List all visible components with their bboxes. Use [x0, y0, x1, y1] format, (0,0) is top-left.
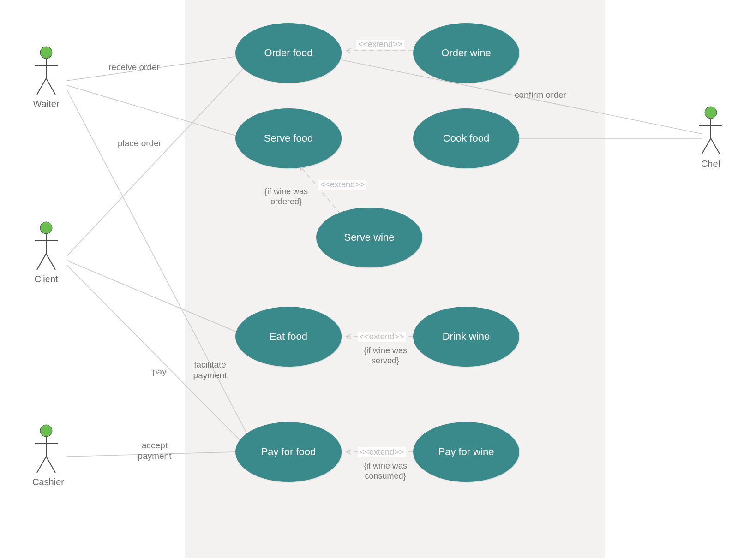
svg-line-17 — [46, 78, 55, 95]
label-facilitate-payment: facilitate payment — [189, 360, 231, 381]
constraint-wine-ordered: {if wine was ordered} — [256, 187, 316, 207]
label-confirm-order: confirm order — [515, 90, 566, 100]
label-accept-payment: accept payment — [134, 440, 175, 462]
usecase-order-wine-label: Order wine — [441, 47, 491, 59]
actor-waiter-label: Waiter — [32, 99, 60, 109]
usecase-pay-for-food-label: Pay for food — [261, 446, 316, 458]
svg-line-16 — [37, 78, 46, 95]
extend-label-order: <<extend>> — [356, 40, 404, 49]
extend-label-eat: <<extend>> — [358, 332, 406, 342]
actor-client: Client — [32, 221, 60, 281]
extend-label-pay: <<extend>> — [358, 447, 406, 457]
label-receive-order: receive order — [108, 62, 160, 72]
constraint-wine-consumed: {if wine was consumed} — [355, 461, 415, 481]
usecase-order-food: Order food — [235, 23, 342, 83]
usecase-serve-wine-label: Serve wine — [344, 232, 395, 243]
usecase-order-wine: Order wine — [413, 23, 519, 83]
usecase-pay-for-wine: Pay for wine — [413, 422, 519, 482]
usecase-drink-wine-label: Drink wine — [443, 331, 490, 343]
usecase-pay-for-food: Pay for food — [235, 422, 342, 482]
svg-point-23 — [40, 425, 52, 437]
usecase-serve-wine: Serve wine — [316, 208, 422, 267]
svg-line-26 — [37, 457, 46, 473]
actor-chef: Chef — [697, 106, 725, 166]
usecase-cook-food: Cook food — [413, 108, 519, 168]
usecase-drink-wine: Drink wine — [413, 307, 519, 367]
svg-line-21 — [37, 254, 46, 270]
label-place-order: place order — [118, 138, 162, 148]
svg-point-13 — [40, 47, 52, 59]
label-pay: pay — [152, 367, 167, 377]
svg-point-18 — [40, 222, 52, 234]
usecase-eat-food-label: Eat food — [270, 331, 307, 343]
actor-cashier-label: Cashier — [32, 477, 60, 487]
actor-cashier: Cashier — [32, 424, 60, 484]
usecase-eat-food: Eat food — [235, 307, 342, 367]
usecase-cook-food-label: Cook food — [443, 132, 489, 144]
constraint-wine-served: {if wine was served} — [355, 346, 415, 366]
svg-line-31 — [702, 138, 711, 154]
usecase-serve-food-label: Serve food — [264, 132, 313, 144]
actor-waiter: Waiter — [32, 46, 60, 106]
usecase-serve-food: Serve food — [235, 108, 342, 168]
actor-client-label: Client — [32, 274, 60, 285]
svg-line-27 — [46, 457, 55, 473]
extend-label-serve: <<extend>> — [318, 180, 366, 190]
usecase-order-food-label: Order food — [264, 47, 312, 59]
actor-chef-label: Chef — [697, 159, 725, 169]
svg-point-28 — [705, 107, 717, 119]
svg-line-32 — [711, 138, 720, 154]
usecase-pay-for-wine-label: Pay for wine — [438, 446, 494, 458]
svg-line-22 — [46, 254, 55, 270]
